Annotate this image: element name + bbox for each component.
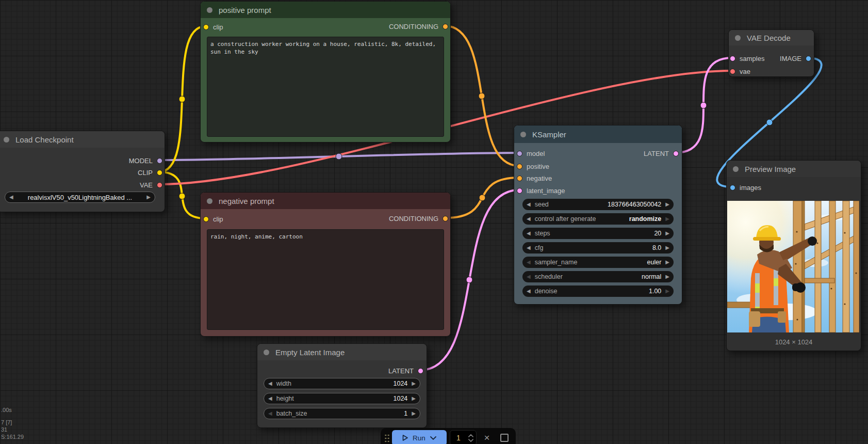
node-titlebar[interactable]: positive prompt xyxy=(201,2,450,18)
node-titlebar[interactable]: VAE Decode xyxy=(729,30,814,45)
collapse-dot-icon[interactable] xyxy=(520,132,526,137)
run-button[interactable]: Run xyxy=(392,430,447,444)
output-latent[interactable]: LATENT xyxy=(388,367,423,375)
input-vae[interactable]: vae xyxy=(730,67,750,75)
decrement-arrow-icon[interactable]: ◀ xyxy=(522,257,535,268)
stepper-down-icon[interactable] xyxy=(468,439,473,442)
input-model[interactable]: model xyxy=(517,149,545,157)
input-clip[interactable]: clip xyxy=(203,215,223,223)
input-latent-image[interactable]: latent_image xyxy=(517,186,565,195)
increment-arrow-icon[interactable]: ▶ xyxy=(661,199,674,210)
increment-arrow-icon[interactable]: ▶ xyxy=(661,228,674,239)
widget-denoise[interactable]: ◀ denoise 1.00 ▶ xyxy=(522,286,674,297)
decrement-arrow-icon[interactable]: ◀ xyxy=(522,286,535,297)
latent-port-icon[interactable] xyxy=(730,56,735,61)
decrement-arrow-icon[interactable]: ◀ xyxy=(522,199,535,210)
clip-port-icon[interactable] xyxy=(203,216,209,222)
widget-height[interactable]: ◀ height 1024 ▶ xyxy=(264,393,420,404)
increment-arrow-icon[interactable]: ▶ xyxy=(407,393,420,404)
clip-port-icon[interactable] xyxy=(157,170,162,176)
ckpt-name-widget[interactable]: ◀ realvisxlV50_v50LightningBaked ... ▶ xyxy=(5,192,155,203)
input-images[interactable]: images xyxy=(730,183,761,192)
increment-arrow-icon[interactable]: ▶ xyxy=(661,242,674,253)
output-conditioning[interactable]: CONDITIONING xyxy=(389,22,448,30)
input-samples[interactable]: samples xyxy=(730,54,764,62)
node-vae-decode[interactable]: VAE Decode samples vae IMAGE xyxy=(728,29,814,77)
chevron-down-icon[interactable] xyxy=(430,436,436,440)
decrement-arrow-icon[interactable]: ◀ xyxy=(264,393,276,404)
input-negative[interactable]: negative xyxy=(517,174,552,182)
widget-sampler-name[interactable]: ◀ sampler_name euler ▶ xyxy=(522,257,674,268)
widget-seed[interactable]: ◀ seed 183766463050042 ▶ xyxy=(522,199,674,210)
input-positive[interactable]: positive xyxy=(517,162,549,170)
negative-prompt-textarea[interactable]: rain, night, anime, cartoon xyxy=(207,229,444,330)
model-port-icon[interactable] xyxy=(157,158,162,164)
output-conditioning[interactable]: CONDITIONING xyxy=(389,214,448,223)
conditioning-port-icon[interactable] xyxy=(517,164,522,169)
conditioning-port-icon[interactable] xyxy=(443,216,448,221)
node-ksampler[interactable]: KSampler model positive negative latent_… xyxy=(514,125,682,305)
conditioning-port-icon[interactable] xyxy=(517,176,522,181)
stepper-up-icon[interactable] xyxy=(468,434,473,437)
widget-scheduler[interactable]: ◀ scheduler normal ▶ xyxy=(522,271,674,282)
positive-prompt-textarea[interactable]: a construction worker working on a house… xyxy=(207,37,444,137)
model-port-icon[interactable] xyxy=(517,151,522,156)
output-clip[interactable]: CLIP xyxy=(138,168,162,177)
widget-width[interactable]: ◀ width 1024 ▶ xyxy=(264,378,420,389)
increment-arrow-icon[interactable]: ▶ xyxy=(407,378,420,389)
drag-handle-icon[interactable] xyxy=(384,434,390,443)
collapse-dot-icon[interactable] xyxy=(4,137,9,142)
node-positive-prompt[interactable]: positive prompt clip CONDITIONING a cons… xyxy=(200,1,451,142)
latent-port-icon[interactable] xyxy=(418,368,423,374)
node-preview-image[interactable]: Preview Image images xyxy=(726,160,861,351)
node-titlebar[interactable]: Load Checkpoint xyxy=(0,131,165,148)
collapse-dot-icon[interactable] xyxy=(733,166,739,172)
widget-cfg[interactable]: ◀ cfg 8.0 ▶ xyxy=(522,242,674,253)
latent-port-icon[interactable] xyxy=(673,151,679,156)
decrement-arrow-icon[interactable]: ◀ xyxy=(522,213,535,225)
image-port-icon[interactable] xyxy=(730,185,735,191)
collapse-dot-icon[interactable] xyxy=(207,198,212,204)
widget-batch-size[interactable]: ◀ batch_size 1 ▶ xyxy=(264,408,420,419)
node-negative-prompt[interactable]: negative prompt clip CONDITIONING rain, … xyxy=(200,192,451,337)
node-empty-latent-image[interactable]: Empty Latent Image LATENT ◀ width 1024 ▶… xyxy=(257,343,427,428)
output-vae[interactable]: VAE xyxy=(140,181,162,189)
increment-arrow-icon[interactable]: ▶ xyxy=(661,271,674,282)
stop-icon[interactable] xyxy=(497,430,512,444)
queue-toolbar[interactable]: Run 1 × xyxy=(381,428,516,444)
next-arrow-icon[interactable]: ▶ xyxy=(142,192,155,203)
prev-arrow-icon[interactable]: ◀ xyxy=(5,192,18,203)
decrement-arrow-icon[interactable]: ◀ xyxy=(264,408,276,419)
increment-arrow-icon[interactable]: ▶ xyxy=(661,286,674,297)
increment-arrow-icon[interactable]: ▶ xyxy=(407,408,420,419)
decrement-arrow-icon[interactable]: ◀ xyxy=(522,242,535,253)
output-model[interactable]: MODEL xyxy=(129,156,162,165)
collapse-dot-icon[interactable] xyxy=(207,7,212,13)
widget-steps[interactable]: ◀ steps 20 ▶ xyxy=(522,228,674,239)
output-image[interactable]: IMAGE xyxy=(780,54,811,62)
increment-arrow-icon[interactable]: ▶ xyxy=(661,257,674,268)
increment-arrow-icon[interactable]: ▶ xyxy=(661,213,674,225)
image-port-icon[interactable] xyxy=(806,56,811,61)
output-latent[interactable]: LATENT xyxy=(644,149,679,157)
clip-port-icon[interactable] xyxy=(203,24,209,30)
clear-queue-icon[interactable]: × xyxy=(480,430,494,444)
batch-count-input[interactable]: 1 xyxy=(450,430,477,444)
node-load-checkpoint[interactable]: Load Checkpoint MODEL CLIP VAE ◀ realvis… xyxy=(0,131,165,212)
vae-port-icon[interactable] xyxy=(157,182,162,188)
node-titlebar[interactable]: KSampler xyxy=(514,125,682,143)
decrement-arrow-icon[interactable]: ◀ xyxy=(522,271,535,282)
collapse-dot-icon[interactable] xyxy=(735,35,741,41)
conditioning-port-icon[interactable] xyxy=(443,24,448,29)
node-titlebar[interactable]: negative prompt xyxy=(201,193,450,209)
decrement-arrow-icon[interactable]: ◀ xyxy=(264,378,276,389)
input-clip[interactable]: clip xyxy=(203,23,223,31)
node-titlebar[interactable]: Preview Image xyxy=(727,161,861,177)
collapse-dot-icon[interactable] xyxy=(264,350,269,355)
node-titlebar[interactable]: Empty Latent Image xyxy=(257,344,427,360)
decrement-arrow-icon[interactable]: ◀ xyxy=(522,228,535,239)
widget-control-after-generate[interactable]: ◀ control after generate randomize ▶ xyxy=(522,213,674,225)
latent-port-icon[interactable] xyxy=(517,188,522,194)
node-graph-canvas[interactable]: Load Checkpoint MODEL CLIP VAE ◀ realvis… xyxy=(0,0,868,444)
vae-port-icon[interactable] xyxy=(730,69,735,74)
